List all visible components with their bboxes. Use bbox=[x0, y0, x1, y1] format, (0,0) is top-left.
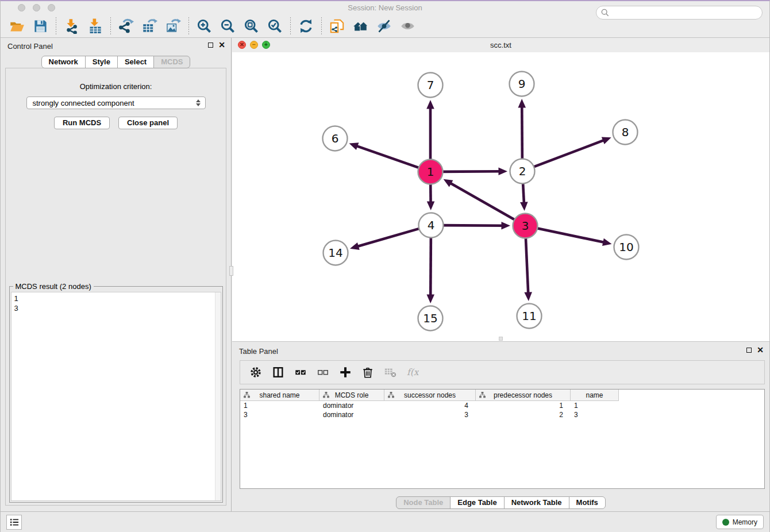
network-maximize-button[interactable]: + bbox=[262, 41, 270, 49]
node-6[interactable]: 6 bbox=[323, 126, 348, 151]
criterion-select[interactable]: strongly connected component bbox=[26, 97, 206, 109]
node-15[interactable]: 15 bbox=[418, 306, 443, 331]
tab-node-table[interactable]: Node Table bbox=[396, 496, 451, 509]
tab-network[interactable]: Network bbox=[41, 56, 86, 68]
table-cell[interactable]: 4 bbox=[384, 401, 476, 410]
table-cell[interactable]: 3 bbox=[384, 410, 476, 419]
table-cell[interactable]: 1 bbox=[476, 401, 571, 410]
export-image-button[interactable] bbox=[161, 17, 185, 36]
column-header-successor-nodes[interactable]: successor nodes bbox=[384, 390, 476, 401]
edge-1-6[interactable] bbox=[349, 142, 421, 168]
edge-4-15[interactable] bbox=[426, 236, 434, 303]
canvas-splitter-handle[interactable] bbox=[499, 337, 503, 341]
node-label: 4 bbox=[428, 218, 435, 232]
node-8[interactable]: 8 bbox=[613, 120, 638, 145]
apply-layout-button[interactable] bbox=[294, 17, 318, 36]
result-scrollbar[interactable] bbox=[215, 292, 221, 500]
search-input[interactable] bbox=[596, 6, 763, 20]
node-11[interactable]: 11 bbox=[517, 304, 542, 329]
edge-4-14[interactable] bbox=[350, 228, 421, 250]
edge-3-10[interactable] bbox=[536, 228, 611, 246]
unselect-all-columns-button[interactable] bbox=[317, 366, 329, 379]
show-all-nests-button[interactable] bbox=[349, 17, 372, 36]
edge-2-9[interactable] bbox=[518, 99, 526, 161]
select-all-columns-button[interactable] bbox=[294, 366, 307, 379]
tab-motifs[interactable]: Motifs bbox=[569, 496, 606, 509]
table-panel-title: Table Panel bbox=[239, 347, 278, 356]
tab-mcds[interactable]: MCDS bbox=[153, 56, 190, 68]
show-hidden-button[interactable] bbox=[396, 17, 419, 36]
panel-splitter-handle[interactable] bbox=[229, 266, 233, 276]
export-network-button[interactable] bbox=[114, 17, 138, 36]
node-14[interactable]: 14 bbox=[324, 241, 348, 265]
column-header-shared-name[interactable]: shared name bbox=[240, 390, 319, 401]
node-label: 9 bbox=[518, 77, 526, 91]
tab-select[interactable]: Select bbox=[117, 56, 154, 68]
close-panel-button[interactable]: Close panel bbox=[118, 117, 178, 129]
show-columns-button[interactable] bbox=[272, 366, 284, 379]
column-header-predecessor-nodes[interactable]: predecessor nodes bbox=[476, 390, 571, 401]
network-window-title: scc.txt bbox=[232, 41, 769, 49]
trash-icon bbox=[361, 366, 374, 379]
zoom-in-button[interactable] bbox=[192, 17, 216, 36]
zoom-selected-button[interactable] bbox=[263, 17, 287, 36]
network-minimize-button[interactable]: − bbox=[250, 41, 258, 49]
zoom-fit-button[interactable] bbox=[240, 17, 263, 36]
table-cell[interactable]: dominator bbox=[319, 410, 384, 419]
network-close-button[interactable]: ✕ bbox=[238, 41, 246, 49]
edge-3-11[interactable] bbox=[524, 236, 532, 301]
table-settings-button[interactable] bbox=[249, 366, 262, 379]
close-table-panel-icon[interactable]: ✕ bbox=[757, 347, 764, 353]
edge-2-8[interactable] bbox=[532, 137, 611, 167]
node-3[interactable]: 3 bbox=[513, 214, 538, 238]
table-cell[interactable]: 1 bbox=[240, 401, 319, 410]
run-mcds-button[interactable]: Run MCDS bbox=[54, 117, 110, 129]
copy-network-style-button[interactable] bbox=[325, 17, 349, 36]
edge-1-7[interactable] bbox=[426, 100, 434, 161]
hide-selected-button[interactable] bbox=[372, 17, 396, 36]
network-graph[interactable]: 7968124314101511 bbox=[232, 52, 770, 341]
save-session-button[interactable] bbox=[29, 17, 52, 36]
table-row[interactable]: 1dominator411 bbox=[240, 401, 764, 410]
memory-button[interactable]: Memory bbox=[716, 515, 764, 529]
task-history-button[interactable] bbox=[6, 515, 22, 530]
function-builder-button bbox=[406, 366, 419, 379]
mcds-result-text[interactable]: 1 3 bbox=[11, 292, 221, 501]
open-file-button[interactable] bbox=[5, 17, 29, 36]
table-cell[interactable]: dominator bbox=[319, 401, 384, 410]
edge-1-4[interactable] bbox=[427, 182, 435, 210]
table-cell[interactable]: 2 bbox=[476, 410, 571, 419]
tab-style[interactable]: Style bbox=[85, 56, 118, 68]
node-4[interactable]: 4 bbox=[419, 213, 444, 238]
table-row[interactable]: 3dominator323 bbox=[240, 410, 764, 419]
column-header-name[interactable]: name bbox=[571, 390, 619, 401]
import-table-button[interactable] bbox=[83, 17, 107, 36]
homes-icon bbox=[353, 18, 368, 34]
network-canvas[interactable]: 7968124314101511 bbox=[232, 52, 769, 341]
float-table-panel-icon[interactable] bbox=[746, 348, 752, 353]
tab-network-table[interactable]: Network Table bbox=[504, 496, 569, 509]
network-window-titlebar[interactable]: ✕ − + scc.txt bbox=[232, 38, 769, 53]
table-cell[interactable]: 1 bbox=[571, 401, 619, 410]
node-9[interactable]: 9 bbox=[510, 72, 534, 97]
create-column-button[interactable] bbox=[339, 366, 352, 379]
node-10[interactable]: 10 bbox=[614, 235, 639, 260]
table-cell[interactable]: 3 bbox=[240, 410, 319, 419]
export-table-button[interactable] bbox=[138, 17, 161, 36]
table-panel-header: Table Panel ✕ bbox=[232, 343, 769, 357]
zoom-out-button[interactable] bbox=[216, 17, 240, 36]
close-panel-icon[interactable]: ✕ bbox=[218, 42, 225, 48]
delete-columns-button[interactable] bbox=[361, 366, 374, 379]
node-2[interactable]: 2 bbox=[510, 159, 535, 184]
edge-4-3[interactable] bbox=[441, 222, 510, 230]
tab-edge-table[interactable]: Edge Table bbox=[450, 496, 504, 509]
node-7[interactable]: 7 bbox=[418, 73, 443, 98]
float-panel-icon[interactable] bbox=[208, 43, 213, 48]
import-network-button[interactable] bbox=[60, 17, 83, 36]
edge-3-1[interactable] bbox=[444, 179, 516, 221]
edge-2-3[interactable] bbox=[520, 182, 528, 211]
edge-1-2[interactable] bbox=[441, 167, 507, 175]
node-1[interactable]: 1 bbox=[418, 160, 443, 184]
table-cell[interactable]: 3 bbox=[571, 410, 619, 419]
column-header-MCDS-role[interactable]: MCDS role bbox=[319, 390, 384, 401]
